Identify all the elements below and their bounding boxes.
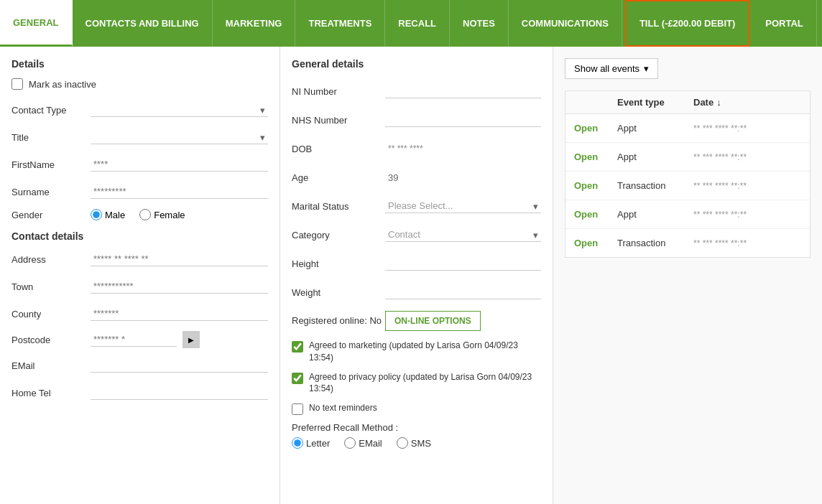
table-row: Open Appt ** *** **** **:** [565,143,810,172]
home-tel-input[interactable] [91,386,268,400]
tab-treatments[interactable]: TREATMENTS [295,0,385,47]
no-text-reminders-checkbox[interactable] [292,403,303,415]
town-input[interactable] [91,279,268,294]
dob-label: DOB [292,144,385,154]
registered-online-row: Registered online: No ON-LINE OPTIONS [292,311,541,331]
events-header: Show all events ▾ [565,58,811,79]
recall-sms-item: SMS [397,437,431,449]
address-row: Address [11,249,268,269]
event-open-link[interactable]: Open [574,238,617,248]
gender-female-item: Female [139,209,185,220]
email-label: EMail [11,360,91,371]
privacy-checkbox[interactable] [292,373,303,384]
recall-email-radio[interactable] [344,437,356,449]
gender-female-radio[interactable] [139,209,151,220]
gender-male-radio[interactable] [91,209,102,220]
surname-label: Surname [11,187,91,197]
marketing-checkbox-label: Agreed to marketing (updated by Larisa G… [309,340,541,364]
tab-portal[interactable]: PORTAL [752,0,816,47]
mark-inactive-checkbox[interactable] [11,78,23,90]
category-select[interactable]: Contact [385,228,541,242]
event-type-value: Transaction [617,180,693,191]
recall-options: Letter EMail SMS [292,437,541,449]
ni-number-label: NI Number [292,86,385,97]
gender-row: Gender Male Female [11,209,268,220]
event-type-value: Appt [617,151,693,162]
online-options-button[interactable]: ON-LINE OPTIONS [385,311,481,331]
tab-recall[interactable]: RECALL [385,0,450,47]
tab-marketing[interactable]: MARKETING [213,0,296,47]
tab-communications[interactable]: COMMUNICATIONS [509,0,622,47]
firstname-input[interactable] [91,157,268,172]
address-input[interactable] [91,252,268,266]
height-input[interactable] [385,256,541,271]
nhs-number-input[interactable] [385,113,541,127]
details-section-title: Details [11,58,268,70]
weight-label: Weight [292,287,385,298]
surname-input[interactable] [91,185,268,199]
county-label: County [11,309,91,319]
county-input[interactable] [91,307,268,321]
dob-row: DOB ** *** **** [292,139,541,159]
ni-number-row: NI Number [292,81,541,101]
weight-row: Weight [292,282,541,302]
postcode-lookup-button[interactable]: ▶ [183,331,200,348]
contact-type-row: Contact Type [11,100,268,120]
marital-status-select[interactable]: Please Select... [385,199,541,213]
marketing-checkbox[interactable] [292,341,303,353]
title-select-wrapper [91,130,268,144]
postcode-input[interactable] [91,332,177,347]
privacy-checkbox-label: Agreed to privacy policy (updated by Lar… [309,371,541,396]
event-open-link[interactable]: Open [574,123,617,134]
marketing-checkbox-row: Agreed to marketing (updated by Larisa G… [292,340,541,364]
gender-male-item: Male [91,209,125,220]
tab-till[interactable]: TILL (-£200.00 DEBIT) [625,0,749,47]
height-label: Height [292,258,385,269]
firstname-label: FirstName [11,159,91,170]
home-tel-row: Home Tel [11,383,268,403]
tab-notes[interactable]: NOTES [450,0,509,47]
postcode-row: Postcode ▶ [11,331,268,348]
recall-letter-radio[interactable] [292,437,303,449]
events-table: Event type Date ↓ Open Appt ** *** **** … [565,90,811,258]
recall-sms-label: SMS [411,438,431,449]
tab-contacts-billing[interactable]: CONTACTS AND BILLING [73,0,213,47]
right-panel: Show all events ▾ Event type Date ↓ Open… [553,47,822,504]
email-row: EMail [11,355,268,375]
recall-sms-radio[interactable] [397,437,408,449]
gender-radio-group: Male Female [91,209,185,220]
contact-type-label: Contact Type [11,105,91,116]
ni-number-input[interactable] [385,84,541,98]
recall-letter-label: Letter [306,438,330,449]
category-select-wrapper: Contact [385,228,541,242]
address-label: Address [11,254,91,265]
event-type-column-header: Event type [617,97,693,108]
show-all-events-label: Show all events [574,63,639,74]
event-type-value: Appt [617,123,693,134]
event-open-link[interactable]: Open [574,151,617,162]
tab-general[interactable]: GENERAL [0,0,73,47]
contact-type-select[interactable] [91,103,268,117]
events-col-spacer [574,97,617,108]
email-input[interactable] [91,358,268,373]
events-table-header: Event type Date ↓ [565,91,810,114]
middle-panel: General details NI Number NHS Number DOB… [280,47,553,504]
marital-status-select-wrapper: Please Select... [385,199,541,213]
town-row: Town [11,276,268,297]
event-open-link[interactable]: Open [574,209,617,220]
event-type-value: Transaction [617,238,693,248]
title-select[interactable] [91,130,268,144]
gender-label: Gender [11,210,91,220]
mark-inactive-row: Mark as inactive [11,78,268,90]
no-text-reminders-row: No text reminders [292,402,541,415]
weight-input[interactable] [385,285,541,299]
nhs-number-row: NHS Number [292,110,541,130]
height-row: Height [292,253,541,274]
show-all-events-button[interactable]: Show all events ▾ [565,58,658,79]
event-open-link[interactable]: Open [574,180,617,191]
event-date-value: ** *** **** **:** [693,210,801,220]
sort-desc-icon: ↓ [716,97,721,108]
firstname-row: FirstName [11,154,268,174]
table-row: Open Transaction ** *** **** **:** [565,172,810,200]
recall-email-item: EMail [344,437,382,449]
